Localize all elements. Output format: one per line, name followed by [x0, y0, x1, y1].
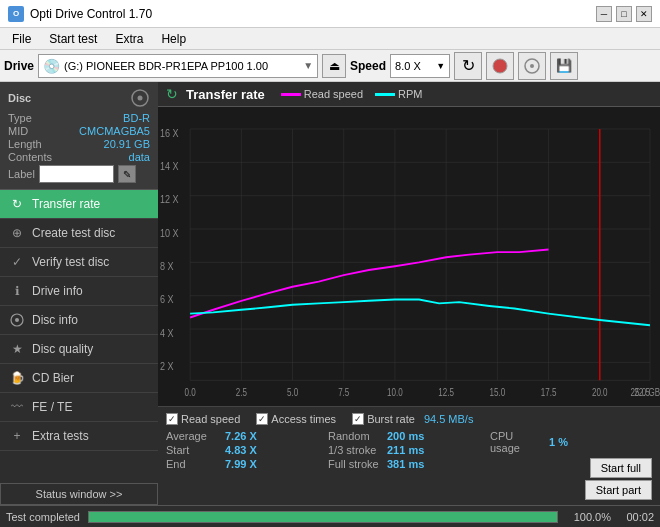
menu-extra[interactable]: Extra	[107, 30, 151, 48]
chart-title: Transfer rate	[186, 87, 265, 102]
sidebar-item-disc-quality[interactable]: ★ Disc quality	[0, 335, 158, 364]
menu-file[interactable]: File	[4, 30, 39, 48]
svg-text:10.0: 10.0	[387, 387, 403, 398]
svg-point-2	[530, 64, 534, 68]
svg-rect-7	[158, 111, 660, 406]
cpu-label: CPU usage	[490, 430, 545, 454]
burst-rate-checkbox[interactable]: ✓ Burst rate 94.5 MB/s	[352, 413, 473, 425]
menu-start-test[interactable]: Start test	[41, 30, 105, 48]
sidebar-item-extra-tests[interactable]: + Extra tests	[0, 422, 158, 451]
svg-text:12 X: 12 X	[160, 193, 179, 205]
svg-point-4	[138, 96, 143, 101]
svg-text:5.0: 5.0	[287, 387, 298, 398]
length-value: 20.91 GB	[104, 138, 150, 150]
stats-col-1: Average 7.26 X Start 4.83 X End 7.99 X	[166, 429, 328, 501]
disc-panel: Disc Type BD-R MID CMCMAGBA5 Length 20.9…	[0, 82, 158, 190]
speed-selector[interactable]: 8.0 X ▼	[390, 54, 450, 78]
sidebar-item-transfer-rate[interactable]: ↻ Transfer rate	[0, 190, 158, 219]
status-window-label: Status window >>	[36, 488, 123, 500]
speed-value: 8.0 X	[395, 60, 434, 72]
transfer-rate-chart: 16 X 14 X 12 X 10 X 8 X 6 X 4 X 2 X	[158, 111, 660, 406]
sidebar-label-transfer-rate: Transfer rate	[32, 197, 100, 211]
sidebar-label-cd-bier: CD Bier	[32, 371, 74, 385]
svg-text:8 X: 8 X	[160, 260, 174, 272]
label-label: Label	[8, 168, 35, 180]
sidebar-label-create-test-disc: Create test disc	[32, 226, 115, 240]
svg-text:12.5: 12.5	[438, 387, 454, 398]
legend-read-speed: Read speed	[281, 88, 363, 100]
sidebar-label-verify-test-disc: Verify test disc	[32, 255, 109, 269]
svg-text:0.0: 0.0	[185, 387, 196, 398]
progress-percentage: 100.0%	[566, 511, 611, 523]
end-value: 7.99 X	[225, 458, 257, 470]
svg-text:2.5: 2.5	[236, 387, 247, 398]
progress-bar-fill	[89, 512, 557, 522]
burst-rate-value: 94.5 MB/s	[424, 413, 474, 425]
legend-rpm-color	[375, 93, 395, 96]
refresh-button[interactable]: ↻	[454, 52, 482, 80]
access-times-checkbox-label: Access times	[271, 413, 336, 425]
chart-area: 16 X 14 X 12 X 10 X 8 X 6 X 4 X 2 X	[158, 107, 660, 406]
close-button[interactable]: ✕	[636, 6, 652, 22]
svg-point-6	[15, 318, 19, 322]
stroke-1-3-value: 211 ms	[387, 444, 424, 456]
svg-text:7.5: 7.5	[338, 387, 349, 398]
status-window-button[interactable]: Status window >>	[0, 483, 158, 505]
stat-end: End 7.99 X	[166, 457, 328, 471]
stroke-1-3-label: 1/3 stroke	[328, 444, 383, 456]
menu-bar: File Start test Extra Help	[0, 28, 660, 50]
chart-header: ↻ Transfer rate Read speed RPM	[158, 82, 660, 107]
stats-bar: ✓ Read speed ✓ Access times ✓ Burst rate…	[158, 406, 660, 505]
status-text: Test completed	[6, 511, 80, 523]
sidebar-label-disc-quality: Disc quality	[32, 342, 93, 356]
average-label: Average	[166, 430, 221, 442]
app-title: Opti Drive Control 1.70	[30, 7, 152, 21]
create-test-disc-icon: ⊕	[8, 224, 26, 242]
stat-start: Start 4.83 X	[166, 443, 328, 457]
sidebar-item-disc-info[interactable]: Disc info	[0, 306, 158, 335]
restore-button[interactable]: □	[616, 6, 632, 22]
start-full-button[interactable]: Start full	[590, 458, 652, 478]
stat-random: Random 200 ms	[328, 429, 490, 443]
speed-dropdown-arrow: ▼	[436, 61, 445, 71]
type-label: Type	[8, 112, 32, 124]
right-panel: ↻ Transfer rate Read speed RPM 16 X	[158, 82, 660, 505]
record-button[interactable]	[486, 52, 514, 80]
drive-selector[interactable]: 💿 (G:) PIONEER BDR-PR1EPA PP100 1.00 ▼	[38, 54, 318, 78]
legend-read-speed-label: Read speed	[304, 88, 363, 100]
stats-col-2: Random 200 ms 1/3 stroke 211 ms Full str…	[328, 429, 490, 501]
label-input[interactable]	[39, 165, 114, 183]
eject-button[interactable]: ⏏	[322, 54, 346, 78]
drive-info-icon: ℹ	[8, 282, 26, 300]
sidebar-label-fe-te: FE / TE	[32, 400, 72, 414]
disc-quality-icon: ★	[8, 340, 26, 358]
sidebar-label-extra-tests: Extra tests	[32, 429, 89, 443]
stats-col-3: CPU usage 1 % Start full Start part	[490, 429, 652, 501]
sidebar-item-cd-bier[interactable]: 🍺 CD Bier	[0, 364, 158, 393]
sidebar: Disc Type BD-R MID CMCMAGBA5 Length 20.9…	[0, 82, 158, 505]
sidebar-item-drive-info[interactable]: ℹ Drive info	[0, 277, 158, 306]
sidebar-item-verify-test-disc[interactable]: ✓ Verify test disc	[0, 248, 158, 277]
menu-help[interactable]: Help	[153, 30, 194, 48]
sidebar-item-fe-te[interactable]: 〰 FE / TE	[0, 393, 158, 422]
contents-label: Contents	[8, 151, 52, 163]
save-button[interactable]: 💾	[550, 52, 578, 80]
disc-button[interactable]	[518, 52, 546, 80]
status-bar: Test completed 100.0% 00:02	[0, 505, 660, 527]
length-label: Length	[8, 138, 42, 150]
drive-icon: 💿	[43, 58, 60, 74]
access-times-check-box: ✓	[256, 413, 268, 425]
mid-label: MID	[8, 125, 28, 137]
full-stroke-label: Full stroke	[328, 458, 383, 470]
sidebar-item-create-test-disc[interactable]: ⊕ Create test disc	[0, 219, 158, 248]
start-part-button[interactable]: Start part	[585, 480, 652, 500]
access-times-checkbox[interactable]: ✓ Access times	[256, 413, 336, 425]
read-speed-checkbox[interactable]: ✓ Read speed	[166, 413, 240, 425]
label-edit-button[interactable]: ✎	[118, 165, 136, 183]
start-label: Start	[166, 444, 221, 456]
minimize-button[interactable]: ─	[596, 6, 612, 22]
stat-start-part-row: Start part	[490, 479, 652, 501]
chart-icon: ↻	[166, 86, 178, 102]
svg-text:14 X: 14 X	[160, 160, 179, 172]
drive-dropdown-arrow: ▼	[303, 60, 313, 71]
